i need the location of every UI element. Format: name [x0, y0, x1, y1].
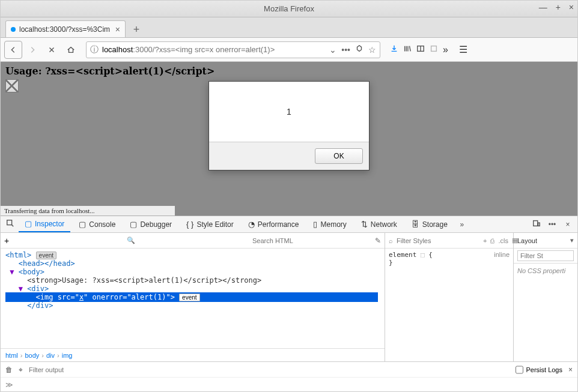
- dom-tree[interactable]: <html> event <head></head> ▼ <body> <str…: [1, 249, 385, 348]
- home-button[interactable]: [62, 41, 80, 59]
- tab-close-button[interactable]: ×: [115, 25, 120, 34]
- pseudo-class-icon[interactable]: ⎙: [490, 237, 494, 244]
- back-button[interactable]: [4, 41, 22, 59]
- dom-panel: + 🔍 ✎ <html> event <head></head> ▼ <body…: [1, 233, 385, 361]
- svg-rect-4: [538, 223, 540, 226]
- layout-panel: Layout ▾ No CSS properti: [514, 233, 577, 361]
- inspect-element-icon[interactable]: [4, 219, 16, 229]
- devtools: ▢Inspector ▢Console ▢Debugger { }Style E…: [1, 216, 577, 391]
- overflow-icon[interactable]: »: [443, 44, 448, 55]
- rules-panel: ⌕ + ⎙ .cls ▦ element ⬚ { inline }: [385, 233, 514, 361]
- connection-info-icon[interactable]: ⓘ: [90, 44, 99, 55]
- svg-rect-2: [7, 220, 12, 225]
- svg-rect-1: [431, 46, 437, 51]
- tab-style-editor[interactable]: { }Style Editor: [180, 216, 240, 232]
- titlebar: Mozilla Firefox — + ×: [1, 1, 577, 17]
- url-text: localhost:3000/?xss=<img src=x onerror=a…: [102, 45, 326, 54]
- layout-tab-title[interactable]: Layout: [517, 237, 537, 244]
- page-content: Usage: ?xss=<script>alert(1)</script> 1 …: [1, 62, 577, 216]
- devtools-overflow-icon[interactable]: »: [456, 220, 468, 229]
- tab-console[interactable]: ▢Console: [73, 216, 121, 232]
- page-heading: Usage: ?xss=<script>alert(1)</script>: [5, 65, 573, 77]
- bookmark-star-icon[interactable]: ☆: [368, 45, 376, 55]
- url-bar[interactable]: ⓘ localhost:3000/?xss=<img src=x onerror…: [86, 41, 380, 58]
- class-panel-icon[interactable]: .cls: [498, 237, 508, 244]
- new-node-button[interactable]: +: [4, 236, 9, 246]
- tab-network[interactable]: ⇅Network: [355, 216, 403, 232]
- filter-styles-input[interactable]: [397, 235, 479, 246]
- devtools-close-icon[interactable]: ×: [562, 220, 574, 229]
- persist-logs-toggle[interactable]: Persist Logs: [516, 364, 562, 375]
- browser-tab[interactable]: localhost:3000/?xss=%3Cim ×: [5, 20, 126, 37]
- broken-image-icon: [5, 79, 19, 92]
- navbar: ⓘ localhost:3000/?xss=<img src=x onerror…: [1, 38, 577, 62]
- eyedropper-icon[interactable]: ✎: [375, 237, 381, 245]
- persist-logs-checkbox[interactable]: [516, 364, 523, 375]
- tab-title: localhost:3000/?xss=%3Cim: [19, 25, 110, 34]
- search-html-input[interactable]: [252, 235, 367, 247]
- tab-performance[interactable]: ◔Performance: [242, 216, 305, 232]
- console-close-icon[interactable]: ×: [568, 366, 573, 374]
- filter-output-input[interactable]: [29, 364, 510, 375]
- page-actions-icon[interactable]: •••: [341, 45, 350, 55]
- window-maximize-button[interactable]: +: [556, 2, 561, 12]
- sidebar-icon[interactable]: [416, 44, 425, 55]
- layout-empty-message: No CSS properti: [514, 264, 577, 361]
- downloads-icon[interactable]: [390, 44, 398, 55]
- alert-dialog: 1 OK: [208, 81, 370, 170]
- rules-body[interactable]: element ⬚ { inline }: [385, 249, 513, 361]
- console-prompt[interactable]: ≫: [1, 377, 577, 391]
- svg-rect-3: [534, 221, 538, 226]
- filter-icon: ⌕: [389, 237, 393, 244]
- tab-debugger[interactable]: ▢Debugger: [124, 216, 178, 232]
- add-rule-button[interactable]: +: [483, 237, 487, 244]
- firefox-window: Mozilla Firefox — + × localhost:3000/?xs…: [0, 0, 578, 392]
- tab-storage[interactable]: 🗄Storage: [406, 216, 454, 232]
- alert-message: 1: [209, 82, 369, 142]
- forward-button[interactable]: [23, 41, 41, 59]
- devtools-toolbar: ▢Inspector ▢Console ▢Debugger { }Style E…: [1, 216, 577, 233]
- extension-icon[interactable]: [430, 44, 438, 55]
- reader-mode-icon[interactable]: [355, 44, 364, 55]
- responsive-design-icon[interactable]: [531, 219, 543, 229]
- tab-inspector[interactable]: ▢Inspector: [19, 216, 70, 232]
- window-title: Mozilla Firefox: [264, 4, 314, 13]
- layout-filter-input[interactable]: [517, 250, 574, 261]
- tab-memory[interactable]: ▯Memory: [307, 216, 352, 232]
- status-text: Transferring data from localhost...: [4, 207, 95, 214]
- devtools-body: + 🔍 ✎ <html> event <head></head> ▼ <body…: [1, 233, 577, 361]
- layout-dropdown-icon[interactable]: ▾: [570, 237, 574, 244]
- console-toolbar: 🗑 ⌖ Persist Logs ×: [1, 361, 577, 377]
- hamburger-menu-icon[interactable]: ☰: [459, 44, 467, 55]
- breadcrumb[interactable]: html› body› div› img: [1, 348, 385, 361]
- library-icon[interactable]: [403, 44, 412, 55]
- loading-indicator-icon: [11, 27, 16, 32]
- window-minimize-button[interactable]: —: [539, 2, 547, 12]
- clear-console-icon[interactable]: 🗑: [5, 366, 13, 374]
- filter-funnel-icon[interactable]: ⌖: [19, 366, 23, 374]
- status-bar: Transferring data from localhost...: [1, 206, 175, 216]
- new-tab-button[interactable]: +: [128, 22, 145, 37]
- tabstrip: localhost:3000/?xss=%3Cim × +: [1, 17, 577, 38]
- alert-ok-button[interactable]: OK: [315, 148, 363, 164]
- chevron-down-icon[interactable]: ⌄: [329, 45, 336, 55]
- window-close-button[interactable]: ×: [569, 2, 574, 12]
- devtools-options-icon[interactable]: •••: [546, 220, 558, 229]
- stop-button[interactable]: [43, 41, 61, 59]
